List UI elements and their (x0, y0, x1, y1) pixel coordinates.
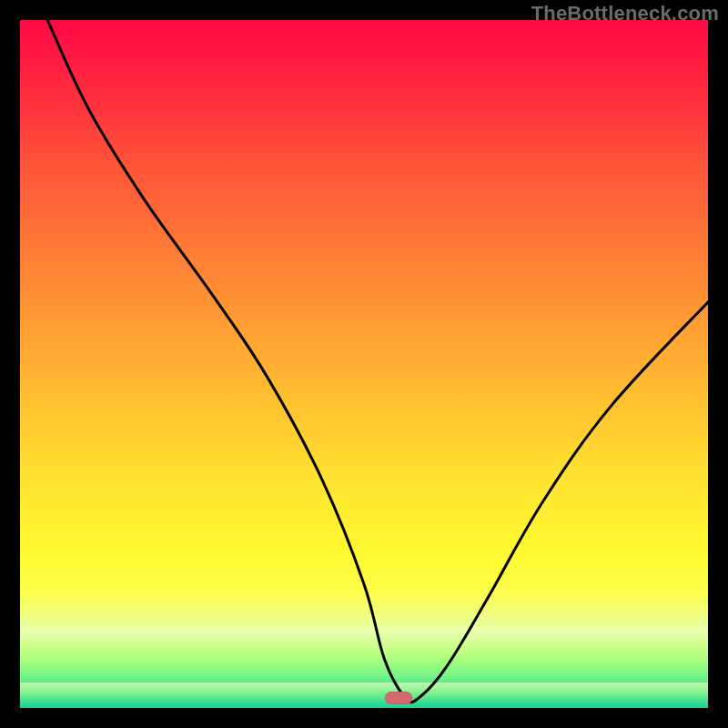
minimum-marker (385, 692, 412, 704)
bottleneck-curve-path (47, 20, 708, 703)
plot-area (20, 20, 708, 708)
watermark-text: TheBottleneck.com (531, 2, 719, 25)
curve-svg (20, 20, 708, 708)
chart-frame: TheBottleneck.com (0, 0, 728, 728)
